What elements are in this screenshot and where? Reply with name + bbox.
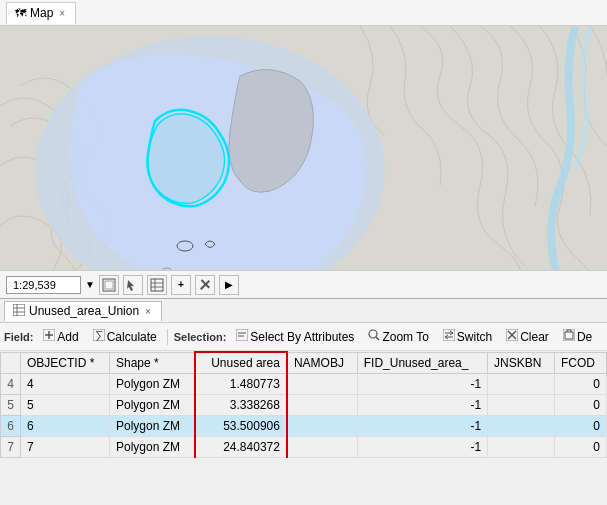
table-row[interactable]: 5 5 Polygon ZM 3.338268 -1 0 bbox=[1, 395, 607, 416]
calculate-icon: ∑ bbox=[93, 329, 105, 344]
map-svg bbox=[0, 26, 607, 298]
attr-tab-close[interactable]: × bbox=[143, 306, 153, 317]
objectid-cell: 7 bbox=[21, 437, 110, 458]
jnskbn-cell bbox=[488, 395, 555, 416]
fcod-cell: 0 bbox=[554, 374, 606, 395]
add-label: Add bbox=[57, 330, 78, 344]
col-header-jnskbn[interactable]: JNSKBN bbox=[488, 352, 555, 374]
zoom-to-button[interactable]: Zoom To bbox=[364, 327, 432, 346]
add-button[interactable]: Add bbox=[39, 327, 82, 346]
map-view[interactable]: 1:29,539 ▼ + ▶ bbox=[0, 26, 607, 298]
table-tool-btn[interactable] bbox=[147, 275, 167, 295]
col-header-fid[interactable]: FID_Unused_area_ bbox=[357, 352, 487, 374]
calculate-label: Calculate bbox=[107, 330, 157, 344]
fcod-cell: 0 bbox=[554, 416, 606, 437]
row-num-cell: 5 bbox=[1, 395, 21, 416]
svg-rect-29 bbox=[565, 332, 573, 339]
namobj-cell bbox=[287, 437, 357, 458]
selection-label: Selection: bbox=[174, 331, 227, 343]
zoom-in-btn[interactable]: + bbox=[171, 275, 191, 295]
unused-area-cell: 53.500906 bbox=[195, 416, 287, 437]
zoom-out-btn[interactable] bbox=[195, 275, 215, 295]
fcod-cell: 0 bbox=[554, 437, 606, 458]
fid-unused-cell: -1 bbox=[357, 374, 487, 395]
select-tool-btn[interactable] bbox=[99, 275, 119, 295]
scale-dropdown-icon[interactable]: ▼ bbox=[85, 279, 95, 290]
objectid-cell: 5 bbox=[21, 395, 110, 416]
fcod-cell: 0 bbox=[554, 395, 606, 416]
svg-point-22 bbox=[369, 330, 377, 338]
namobj-cell bbox=[287, 416, 357, 437]
select-tool2-btn[interactable] bbox=[123, 275, 143, 295]
col-header-namobj[interactable]: NAMOBJ bbox=[287, 352, 357, 374]
svg-line-23 bbox=[376, 337, 379, 340]
tab-label: Map bbox=[30, 6, 53, 20]
zoom-to-icon bbox=[368, 329, 380, 344]
svg-rect-5 bbox=[105, 281, 113, 289]
unused-area-cell: 3.338268 bbox=[195, 395, 287, 416]
attr-tab-label: Unused_area_Union bbox=[29, 304, 139, 318]
attribute-table: OBJECTID * Shape * Unused area NAMOBJ FI… bbox=[0, 351, 607, 458]
calculate-button[interactable]: ∑ Calculate bbox=[89, 327, 161, 346]
map-icon: 🗺 bbox=[15, 7, 26, 19]
jnskbn-cell bbox=[488, 374, 555, 395]
select-by-attr-button[interactable]: Select By Attributes bbox=[232, 327, 358, 346]
map-toolbar: 1:29,539 ▼ + ▶ bbox=[0, 270, 607, 298]
unused-area-cell: 1.480773 bbox=[195, 374, 287, 395]
attr-toolbar: Field: Add ∑ Calculate Selection: Select… bbox=[0, 323, 607, 351]
objectid-cell: 4 bbox=[21, 374, 110, 395]
row-num-cell: 7 bbox=[1, 437, 21, 458]
col-header-fcod[interactable]: FCOD bbox=[554, 352, 606, 374]
row-num-cell: 6 bbox=[1, 416, 21, 437]
col-header-shape[interactable]: Shape * bbox=[109, 352, 195, 374]
title-bar: 🗺 Map × bbox=[0, 0, 607, 26]
objectid-cell: 6 bbox=[21, 416, 110, 437]
attribute-table-wrapper[interactable]: OBJECTID * Shape * Unused area NAMOBJ FI… bbox=[0, 351, 607, 505]
fid-unused-cell: -1 bbox=[357, 437, 487, 458]
row-num-cell: 4 bbox=[1, 374, 21, 395]
jnskbn-cell bbox=[488, 437, 555, 458]
table-icon bbox=[13, 304, 25, 319]
switch-icon bbox=[443, 329, 455, 344]
select-by-attr-label: Select By Attributes bbox=[250, 330, 354, 344]
clear-button[interactable]: Clear bbox=[502, 327, 553, 346]
shape-cell: Polygon ZM bbox=[109, 374, 195, 395]
shape-cell: Polygon ZM bbox=[109, 437, 195, 458]
delete-icon bbox=[563, 329, 575, 344]
add-icon bbox=[43, 329, 55, 344]
col-header-unused-area[interactable]: Unused area bbox=[195, 352, 287, 374]
attribute-table-section: Unused_area_Union × Field: Add ∑ Calcula… bbox=[0, 298, 607, 505]
namobj-cell bbox=[287, 374, 357, 395]
namobj-cell bbox=[287, 395, 357, 416]
svg-rect-6 bbox=[151, 279, 163, 291]
map-tab[interactable]: 🗺 Map × bbox=[6, 2, 76, 24]
table-header-row: OBJECTID * Shape * Unused area NAMOBJ FI… bbox=[1, 352, 607, 374]
clear-icon bbox=[506, 329, 518, 344]
select-attr-icon bbox=[236, 329, 248, 344]
svg-text:∑: ∑ bbox=[95, 329, 104, 341]
table-row[interactable]: 6 6 Polygon ZM 53.500906 -1 0 bbox=[1, 416, 607, 437]
table-row[interactable]: 4 4 Polygon ZM 1.480773 -1 0 bbox=[1, 374, 607, 395]
clear-label: Clear bbox=[520, 330, 549, 344]
switch-button[interactable]: Switch bbox=[439, 327, 496, 346]
table-row[interactable]: 7 7 Polygon ZM 24.840372 -1 0 bbox=[1, 437, 607, 458]
svg-rect-19 bbox=[236, 329, 248, 341]
svg-rect-24 bbox=[443, 329, 455, 341]
forward-btn[interactable]: ▶ bbox=[219, 275, 239, 295]
attr-table-tab[interactable]: Unused_area_Union × bbox=[4, 301, 162, 321]
tab-close-icon[interactable]: × bbox=[57, 8, 67, 19]
shape-cell: Polygon ZM bbox=[109, 395, 195, 416]
unused-area-cell: 24.840372 bbox=[195, 437, 287, 458]
attr-tab-bar: Unused_area_Union × bbox=[0, 299, 607, 323]
separator-1 bbox=[167, 329, 168, 345]
col-header-objectid[interactable]: OBJECTID * bbox=[21, 352, 110, 374]
scale-display[interactable]: 1:29,539 bbox=[6, 276, 81, 294]
delete-button[interactable]: De bbox=[559, 327, 596, 346]
svg-rect-10 bbox=[13, 304, 25, 316]
switch-label: Switch bbox=[457, 330, 492, 344]
col-header-rownum bbox=[1, 352, 21, 374]
zoom-to-label: Zoom To bbox=[382, 330, 428, 344]
delete-label: De bbox=[577, 330, 592, 344]
field-label: Field: bbox=[4, 331, 33, 343]
fid-unused-cell: -1 bbox=[357, 395, 487, 416]
